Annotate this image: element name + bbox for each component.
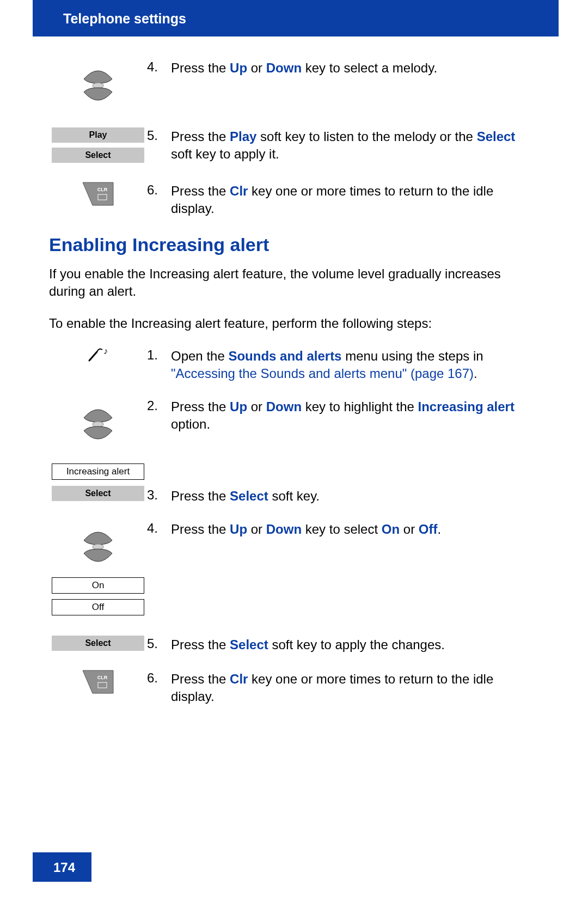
step-text: Press the Clr key one or more times to r…	[171, 669, 539, 706]
softkey-select: Select	[52, 485, 144, 501]
step-row: ♪ 1. Open the Sounds and alerts menu usi…	[49, 346, 539, 383]
menu-option-on: On	[52, 577, 144, 594]
page-number: 174	[33, 852, 91, 882]
icon-col: CLR	[49, 181, 147, 206]
icon-col	[49, 397, 147, 452]
icon-col: CLR	[49, 669, 147, 694]
step-row: Select 5. Press the Select soft key to a…	[49, 635, 539, 655]
icon-col: Increasing alert Select	[49, 463, 147, 505]
step-text: Press the Clr key one or more times to r…	[171, 181, 539, 218]
softkey-play: Play	[52, 127, 144, 143]
step-number: 5.	[147, 127, 171, 143]
step-number: 4.	[147, 520, 171, 536]
step-number: 2.	[147, 397, 171, 413]
svg-text:♪: ♪	[103, 346, 108, 356]
clr-key-icon: CLR	[82, 669, 114, 694]
step-row: CLR 6. Press the Clr key one or more tim…	[49, 669, 539, 706]
step-number: 5.	[147, 635, 171, 651]
page-header: Telephone settings	[33, 0, 559, 36]
icon-col: Play Select	[49, 127, 147, 167]
step-text: Open the Sounds and alerts menu using th…	[171, 346, 539, 383]
rocker-icon	[78, 397, 118, 452]
step-row: On Off 4. Press the Up or Down key to se…	[49, 520, 539, 621]
step-text: Press the Select soft key.	[171, 463, 539, 505]
icon-col	[49, 58, 147, 113]
softkey-select: Select	[52, 635, 144, 651]
step-number: 6.	[147, 669, 171, 686]
step-number: 4.	[147, 58, 171, 75]
step-text: Press the Up or Down key to select a mel…	[171, 58, 539, 77]
section-intro-2: To enable the Increasing alert feature, …	[49, 315, 539, 332]
step-row: 4. Press the Up or Down key to select a …	[49, 58, 539, 113]
step-number: 6.	[147, 181, 171, 198]
step-text: Press the Up or Down key to highlight th…	[171, 397, 539, 434]
step-text: Press the Play soft key to listen to the…	[171, 127, 539, 163]
clr-key-icon: CLR	[82, 181, 114, 206]
header-title: Telephone settings	[63, 11, 186, 26]
page-content: 4. Press the Up or Down key to select a …	[0, 36, 588, 706]
step-row: Play Select 5. Press the Play soft key t…	[49, 127, 539, 167]
section-title: Enabling Increasing alert	[49, 234, 539, 255]
step-row: 2. Press the Up or Down key to highlight…	[49, 397, 539, 452]
step-number: 3.	[147, 463, 171, 503]
softkey-select: Select	[52, 147, 144, 163]
step-row: Increasing alert Select 3. Press the Sel…	[49, 463, 539, 505]
icon-col: Select	[49, 635, 147, 655]
step-text: Press the Up or Down key to select On or…	[171, 520, 539, 538]
menu-option-off: Off	[52, 599, 144, 615]
section-intro-1: If you enable the Increasing alert featu…	[49, 265, 539, 301]
menu-option-increasing-alert: Increasing alert	[52, 463, 144, 480]
icon-col: ♪	[49, 346, 147, 364]
step-number: 1.	[147, 346, 171, 363]
icon-col: On Off	[49, 520, 147, 621]
step-row: CLR 6. Press the Clr key one or more tim…	[49, 181, 539, 218]
rocker-icon	[78, 58, 118, 113]
clr-label: CLR	[97, 187, 108, 192]
sounds-alerts-icon: ♪	[87, 346, 109, 364]
clr-label: CLR	[97, 675, 108, 680]
step-text: Press the Select soft key to apply the c…	[171, 635, 539, 654]
rocker-icon	[78, 520, 118, 574]
